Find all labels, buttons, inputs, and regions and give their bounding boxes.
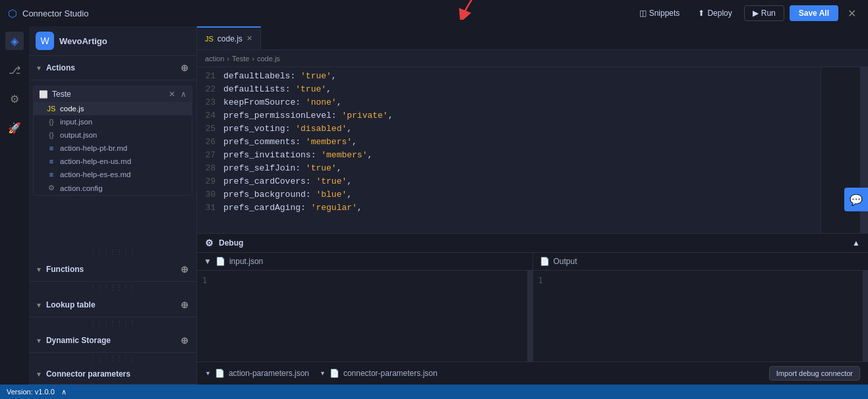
chat-button[interactable]: 💬 bbox=[844, 188, 868, 211]
debug-panel: ⚙ Debug ▲ ▼ 📄 input.json 1 bbox=[197, 233, 868, 385]
titlebar-actions: ◫ Snippets ⬆ Deploy ▶ Run Save All ✕ bbox=[627, 5, 860, 21]
group-close-icon[interactable]: ✕ bbox=[169, 90, 175, 99]
file-tree: ⬜ Teste ✕ ∧ JS code.js {} input.json bbox=[29, 80, 196, 246]
line-content: prefs_voting: 'disabled', bbox=[223, 122, 352, 136]
debug-input-file-icon: 📄 bbox=[216, 257, 225, 266]
red-arrow bbox=[456, 0, 509, 20]
debug-output-scrollbar[interactable] bbox=[863, 271, 868, 361]
debug-output-content[interactable]: 1 bbox=[533, 271, 869, 361]
debug-collapse-icon[interactable]: ▲ bbox=[852, 238, 860, 248]
line-number: 31 bbox=[197, 201, 223, 215]
tab-code-js[interactable]: JS code.js ✕ bbox=[197, 26, 261, 49]
breadcrumb-codejs[interactable]: code.js bbox=[257, 55, 280, 63]
breadcrumb-action[interactable]: action bbox=[205, 55, 224, 63]
editor-area: JS code.js ✕ action › Teste › code.js 21… bbox=[197, 26, 868, 385]
functions-chevron: ▼ bbox=[36, 266, 42, 273]
deploy-button[interactable]: ⬆ Deploy bbox=[691, 6, 738, 20]
drag-handle-3[interactable]: ⋮⋮⋮⋮⋮⋮⋮ bbox=[29, 317, 196, 329]
tab-close-icon[interactable]: ✕ bbox=[246, 34, 252, 43]
connector-params-section-header[interactable]: ▼ Connector parameters bbox=[29, 364, 196, 385]
breadcrumb-teste[interactable]: Teste bbox=[232, 55, 249, 63]
run-button[interactable]: ▶ Run bbox=[744, 5, 784, 21]
actions-label: Actions bbox=[46, 63, 75, 72]
line-number: 23 bbox=[197, 96, 223, 109]
functions-add-icon[interactable]: ⊕ bbox=[179, 263, 190, 276]
drag-handle-1[interactable]: ⋮⋮⋮⋮⋮⋮⋮ bbox=[29, 246, 196, 257]
snippets-button[interactable]: ◫ Snippets bbox=[633, 6, 687, 20]
file-name: input.json bbox=[60, 118, 92, 126]
icon-strip-home[interactable]: ◈ bbox=[5, 32, 24, 50]
debug-input-content[interactable]: 1 bbox=[197, 271, 533, 361]
sidebar-app-header: W WevoArtigo bbox=[29, 26, 196, 56]
debug-input-chevron: ▼ bbox=[204, 257, 212, 266]
drag-handle-4[interactable]: ⋮⋮⋮⋮⋮⋮⋮ bbox=[29, 353, 196, 364]
debug-footer-action-params[interactable]: ▼ 📄 action-parameters.json bbox=[205, 369, 309, 378]
group-chevron[interactable]: ∧ bbox=[181, 90, 187, 99]
functions-section-header[interactable]: ▼ Functions ⊕ bbox=[29, 257, 196, 282]
dynamic-storage-section-header[interactable]: ▼ Dynamic Storage ⊕ bbox=[29, 329, 196, 353]
code-editor[interactable]: 21 defaultLabels: 'true',22 defaultLists… bbox=[197, 67, 868, 233]
file-item-input-json[interactable]: {} input.json bbox=[34, 115, 192, 128]
footer-item-label-1: action-parameters.json bbox=[229, 369, 309, 378]
code-line: 29 prefs_cardCovers: 'true', bbox=[197, 175, 868, 188]
close-button[interactable]: ✕ bbox=[844, 6, 860, 21]
line-content: prefs_permissionLevel: 'private', bbox=[223, 109, 393, 122]
run-icon: ▶ bbox=[753, 9, 759, 18]
icon-strip-deploy[interactable]: 🚀 bbox=[5, 119, 24, 137]
app-icon: ⬡ bbox=[8, 7, 17, 20]
line-content: prefs_cardCovers: 'true', bbox=[223, 175, 352, 188]
debug-input-header[interactable]: ▼ 📄 input.json bbox=[197, 253, 533, 271]
line-content: keepFromSource: 'none', bbox=[223, 96, 341, 109]
debug-output-header[interactable]: 📄 Output bbox=[533, 253, 869, 271]
line-content: prefs_cardAging: 'regular', bbox=[223, 201, 362, 215]
debug-footer-connector-params[interactable]: ▼ 📄 connector-parameters.json bbox=[320, 369, 438, 378]
file-name: code.js bbox=[60, 105, 84, 113]
icon-strip-branch[interactable]: ⎇ bbox=[5, 61, 24, 79]
save-all-button[interactable]: Save All bbox=[790, 5, 838, 21]
lookup-add-icon[interactable]: ⊕ bbox=[179, 298, 190, 311]
lookup-table-section-header[interactable]: ▼ Lookup table ⊕ bbox=[29, 293, 196, 317]
file-type-icon-md: ≡ bbox=[47, 157, 56, 165]
import-debug-connector-button[interactable]: Import debug connector bbox=[769, 366, 860, 381]
line-number: 24 bbox=[197, 109, 223, 122]
code-line: 27 prefs_invitations: 'members', bbox=[197, 149, 868, 162]
actions-add-icon[interactable]: ⊕ bbox=[179, 61, 190, 74]
debug-input-scrollbar[interactable] bbox=[527, 271, 533, 361]
file-item-action-config[interactable]: ⚙ action.config bbox=[34, 181, 192, 195]
file-name: action.config bbox=[60, 184, 103, 192]
chat-icon: 💬 bbox=[850, 194, 863, 206]
file-item-output-json[interactable]: {} output.json bbox=[34, 128, 192, 142]
connector-params-chevron: ▼ bbox=[36, 371, 42, 378]
status-expand-icon[interactable]: ∧ bbox=[61, 388, 67, 396]
dynamic-storage-chevron: ▼ bbox=[36, 337, 42, 344]
footer-item-icon-2: 📄 bbox=[330, 369, 339, 378]
main-area: ◈ ⎇ ⚙ 🚀 W WevoArtigo ▼ Actions ⊕ ⬜ bbox=[0, 26, 868, 385]
app-logo: W bbox=[36, 32, 54, 50]
actions-section-header[interactable]: ▼ Actions ⊕ bbox=[29, 56, 196, 80]
dynamic-storage-add-icon[interactable]: ⊕ bbox=[179, 334, 190, 347]
debug-output-label: Output bbox=[554, 257, 577, 266]
line-content: defaultLabels: 'true', bbox=[223, 70, 337, 83]
debug-body: ▼ 📄 input.json 1 📄 Output bbox=[197, 253, 868, 361]
debug-input-pane: ▼ 📄 input.json 1 bbox=[197, 253, 533, 361]
app-name: WevoArtigo bbox=[59, 36, 107, 46]
file-item-action-help-pt-br[interactable]: ≡ action-help-pt-br.md bbox=[34, 142, 192, 155]
code-line: 26 prefs_comments: 'members', bbox=[197, 136, 868, 149]
code-line: 25 prefs_voting: 'disabled', bbox=[197, 122, 868, 136]
drag-handle-2[interactable]: ⋮⋮⋮⋮⋮⋮⋮ bbox=[29, 282, 196, 293]
line-content: prefs_invitations: 'members', bbox=[223, 149, 372, 162]
code-content: 21 defaultLabels: 'true',22 defaultLists… bbox=[197, 67, 868, 217]
debug-icon: ⚙ bbox=[205, 238, 214, 248]
file-name: action-help-en-us.md bbox=[60, 157, 131, 165]
code-line: 22 defaultLists: 'true', bbox=[197, 83, 868, 96]
line-content: prefs_background: 'blue', bbox=[223, 188, 352, 201]
file-item-action-help-en-us[interactable]: ≡ action-help-en-us.md bbox=[34, 155, 192, 168]
file-name: action-help-pt-br.md bbox=[60, 144, 127, 152]
file-type-icon-json: {} bbox=[47, 131, 56, 139]
file-item-action-help-es-es[interactable]: ≡ action-help-es-es.md bbox=[34, 168, 192, 181]
line-number: 21 bbox=[197, 70, 223, 83]
icon-strip-settings[interactable]: ⚙ bbox=[5, 90, 24, 108]
file-item-code-js[interactable]: JS code.js bbox=[34, 102, 192, 115]
code-line: 23 keepFromSource: 'none', bbox=[197, 96, 868, 109]
tree-group-teste-header[interactable]: ⬜ Teste ✕ ∧ bbox=[34, 86, 192, 102]
